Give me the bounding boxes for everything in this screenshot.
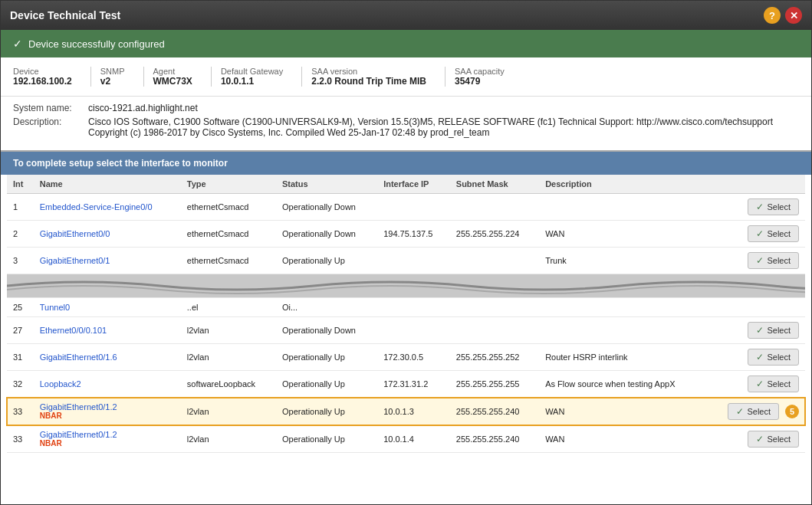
success-banner: ✓ Device successfully configured [1,30,811,57]
close-button[interactable]: ✕ [785,7,802,24]
select-button[interactable]: ✓ Select [748,252,799,269]
table-row: 31GigabitEthernet0/1.6l2vlanOperationall… [7,344,805,371]
cell-type: l2vlan [181,344,276,371]
cell-action: ✓ Select [707,371,805,398]
cell-int: 25 [7,298,34,317]
cell-int: 27 [7,317,34,344]
cell-type: ethernetCsmacd [181,221,276,248]
cell-ip: 194.75.137.5 [377,221,450,248]
cell-desc [539,298,707,317]
cell-desc [539,194,707,221]
table-row: 3GigabitEthernet0/1ethernetCsmacdOperati… [7,248,805,274]
cell-type: softwareLoopback [181,371,276,398]
cell-name: GigabitEthernet0/1.2NBAR [34,398,181,425]
select-button[interactable]: ✓ Select [748,322,799,339]
success-icon: ✓ [13,38,22,50]
col-name: Name [34,175,181,194]
cell-subnet: 255.255.255.240 [450,425,539,453]
select-button[interactable]: ✓ Select [748,225,799,242]
select-button[interactable]: ✓ Select [748,431,799,448]
device-info-saa-capacity: SAA capacity 35479 [455,67,523,87]
cell-subnet [450,298,539,317]
cell-status: Operationally Up [276,398,377,425]
system-info-section: System name: cisco-1921.ad.highlight.net… [1,97,811,152]
system-desc-row: Description: Cisco IOS Software, C1900 S… [13,116,799,138]
cell-int: 33 [7,398,34,425]
cell-subnet [450,248,539,274]
table-row: 33GigabitEthernet0/1.2NBARl2vlanOperatio… [7,398,805,425]
table-row: 27Ethernet0/0/0.101l2vlanOperationally D… [7,317,805,344]
cell-type: ..el [181,298,276,317]
cell-type: l2vlan [181,398,276,425]
cell-ip [377,194,450,221]
setup-header: To complete setup select the interface t… [1,152,811,175]
select-button[interactable]: ✓ Select [728,403,779,420]
cell-name: Embedded-Service-Engine0/0 [34,194,181,221]
cell-action: ✓ Select [707,248,805,274]
cell-int: 1 [7,194,34,221]
cell-type: l2vlan [181,425,276,453]
cell-ip: 172.31.31.2 [377,371,450,398]
device-info-gateway: Default Gateway 10.0.1.1 [221,67,302,87]
help-button[interactable]: ? [764,7,781,24]
cell-desc [539,317,707,344]
success-message: Device successfully configured [28,38,165,50]
cell-name: GigabitEthernet0/0 [34,221,181,248]
cell-status: Operationally Down [276,317,377,344]
cell-name: GigabitEthernet0/1 [34,248,181,274]
select-button[interactable]: ✓ Select [748,198,799,215]
device-info-agent: Agent WMC73X [153,67,212,87]
cell-type: ethernetCsmacd [181,248,276,274]
cell-name: Ethernet0/0/0.101 [34,317,181,344]
cell-action: ✓ Select [707,317,805,344]
select-button[interactable]: ✓ Select [748,349,799,366]
device-info-section: Device 192.168.100.2 SNMP v2 Agent WMC73… [1,57,811,97]
device-info-snmp: SNMP v2 [100,67,144,87]
cell-ip [377,298,450,317]
cell-action: ✓ Select5 [707,398,805,425]
cell-status: Operationally Up [276,344,377,371]
cell-action: ✓ Select [707,425,805,453]
cell-action: ✓ Select [707,344,805,371]
device-info-saa-version: SAA version 2.2.0 Round Trip Time MIB [311,67,445,87]
device-info-grid: Device 192.168.100.2 SNMP v2 Agent WMC73… [13,67,799,87]
cell-action [707,298,805,317]
cell-int: 2 [7,221,34,248]
cell-desc: As Flow source when testing AppX [539,371,707,398]
table-row: 33GigabitEthernet0/1.2NBARl2vlanOperatio… [7,425,805,453]
table-row: 32Loopback2softwareLoopbackOperationally… [7,371,805,398]
table-row: 25Tunnel0..elOi... [7,298,805,317]
cell-int: 31 [7,344,34,371]
cell-ip: 172.30.0.5 [377,344,450,371]
cell-desc: WAN [539,425,707,453]
cell-subnet [450,317,539,344]
badge-number: 5 [785,405,799,418]
title-bar: Device Technical Test ? ✕ [1,1,811,30]
cell-name: Tunnel0 [34,298,181,317]
interface-table-container[interactable]: Int Name Type Status Interface IP Subnet… [1,175,811,453]
system-name-row: System name: cisco-1921.ad.highlight.net [13,103,799,113]
col-desc: Description [539,175,707,194]
table-row: 2GigabitEthernet0/0ethernetCsmacdOperati… [7,221,805,248]
window-title: Device Technical Test [10,9,120,21]
cell-subnet [450,194,539,221]
select-button[interactable]: ✓ Select [748,375,799,392]
table-body: 1Embedded-Service-Engine0/0ethernetCsmac… [7,194,805,453]
cell-action: ✓ Select [707,221,805,248]
table-header: Int Name Type Status Interface IP Subnet… [7,175,805,194]
wave-divider-row [7,274,805,298]
cell-status: Operationally Down [276,221,377,248]
cell-int: 32 [7,371,34,398]
title-bar-controls: ? ✕ [764,7,802,24]
table-row: 1Embedded-Service-Engine0/0ethernetCsmac… [7,194,805,221]
cell-desc: Trunk [539,248,707,274]
cell-int: 3 [7,248,34,274]
cell-ip: 10.0.1.3 [377,398,450,425]
cell-ip: 10.0.1.4 [377,425,450,453]
col-subnet: Subnet Mask [450,175,539,194]
cell-subnet: 255.255.255.240 [450,398,539,425]
cell-type: ethernetCsmacd [181,194,276,221]
interface-table: Int Name Type Status Interface IP Subnet… [7,175,805,453]
cell-action: ✓ Select [707,194,805,221]
cell-int: 33 [7,425,34,453]
